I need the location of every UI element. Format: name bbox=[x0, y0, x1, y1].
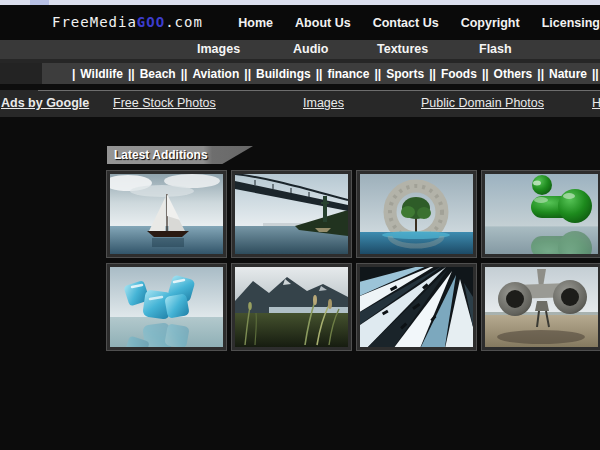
category-separator: || bbox=[181, 67, 188, 81]
media-nav-flash[interactable]: Flash bbox=[479, 40, 512, 59]
latest-additions-grid bbox=[106, 170, 600, 351]
blue-cubes-image bbox=[110, 267, 223, 347]
thumbnail-green-blobs[interactable] bbox=[481, 170, 600, 258]
thumbnail-abstract-shards[interactable] bbox=[356, 263, 477, 351]
nav-contact-us[interactable]: Contact Us bbox=[373, 16, 439, 30]
mountain-landscape-image bbox=[235, 267, 348, 347]
nav-home[interactable]: Home bbox=[238, 16, 273, 30]
category-sports[interactable]: Sports bbox=[386, 67, 424, 81]
sailing-ship-image bbox=[110, 174, 223, 254]
category-separator: || bbox=[482, 67, 489, 81]
category-separator: || bbox=[537, 67, 544, 81]
thumbnail-jet-engines[interactable] bbox=[481, 263, 600, 351]
ads-bar-divider bbox=[38, 90, 600, 91]
site-logo[interactable]: FreeMediaGOO.com bbox=[52, 14, 203, 30]
category-buildings[interactable]: Buildings bbox=[256, 67, 311, 81]
logo-part-goo: GOO bbox=[137, 14, 165, 30]
logo-part-com: .com bbox=[165, 14, 203, 30]
category-lead-separator: | bbox=[72, 67, 75, 81]
thumbnail-mountain-landscape[interactable] bbox=[231, 263, 352, 351]
category-wildlife[interactable]: Wildlife bbox=[80, 67, 123, 81]
ads-link-hi-truncated[interactable]: Hi bbox=[592, 96, 600, 110]
ads-by-google-label: Ads by Google bbox=[1, 96, 89, 110]
thumbnail-sailing-ship[interactable] bbox=[106, 170, 227, 258]
media-nav-images[interactable]: Images bbox=[197, 40, 240, 59]
ads-bar: Ads by Google Free Stock Photos Images P… bbox=[0, 90, 600, 117]
latest-additions-ribbon: Latest Additions bbox=[107, 146, 253, 164]
category-separator: || bbox=[429, 67, 436, 81]
suspension-bridge-image bbox=[235, 174, 348, 254]
category-separator: || bbox=[244, 67, 251, 81]
category-aviation[interactable]: Aviation bbox=[192, 67, 239, 81]
nav-about-us[interactable]: About Us bbox=[295, 16, 351, 30]
media-nav-audio[interactable]: Audio bbox=[293, 40, 328, 59]
thumbnail-blue-cubes[interactable] bbox=[106, 263, 227, 351]
category-separator: || bbox=[316, 67, 323, 81]
category-separator: || bbox=[592, 67, 599, 81]
category-finance[interactable]: finance bbox=[327, 67, 369, 81]
thumbnail-stone-arch-tree[interactable] bbox=[356, 170, 477, 258]
thumbnail-suspension-bridge[interactable] bbox=[231, 170, 352, 258]
media-nav-textures[interactable]: Textures bbox=[377, 40, 428, 59]
green-blobs-image bbox=[485, 174, 598, 254]
category-others[interactable]: Others bbox=[494, 67, 533, 81]
category-foods[interactable]: Foods bbox=[441, 67, 477, 81]
category-nature[interactable]: Nature bbox=[549, 67, 587, 81]
header: FreeMediaGOO.com Home About Us Contact U… bbox=[0, 5, 600, 40]
jet-engines-image bbox=[485, 267, 598, 347]
category-beach[interactable]: Beach bbox=[140, 67, 176, 81]
nav-copyright[interactable]: Copyright bbox=[461, 16, 520, 30]
ads-link-images[interactable]: Images bbox=[303, 96, 344, 110]
category-separator: || bbox=[128, 67, 135, 81]
abstract-shards-image bbox=[360, 267, 473, 347]
header-nav: Home About Us Contact Us Copyright Licen… bbox=[250, 5, 600, 40]
ads-link-public-domain-photos[interactable]: Public Domain Photos bbox=[421, 96, 544, 110]
category-bar-notch bbox=[0, 63, 42, 84]
nav-licensing[interactable]: Licensing bbox=[542, 16, 600, 30]
category-bar: | Wildlife || Beach || Aviation || Build… bbox=[0, 63, 600, 84]
logo-part-freemedia: FreeMedia bbox=[52, 14, 137, 30]
ads-link-free-stock-photos[interactable]: Free Stock Photos bbox=[113, 96, 216, 110]
media-nav: Images Audio Textures Flash bbox=[0, 40, 600, 59]
category-separator: || bbox=[374, 67, 381, 81]
stone-arch-image bbox=[360, 174, 473, 254]
